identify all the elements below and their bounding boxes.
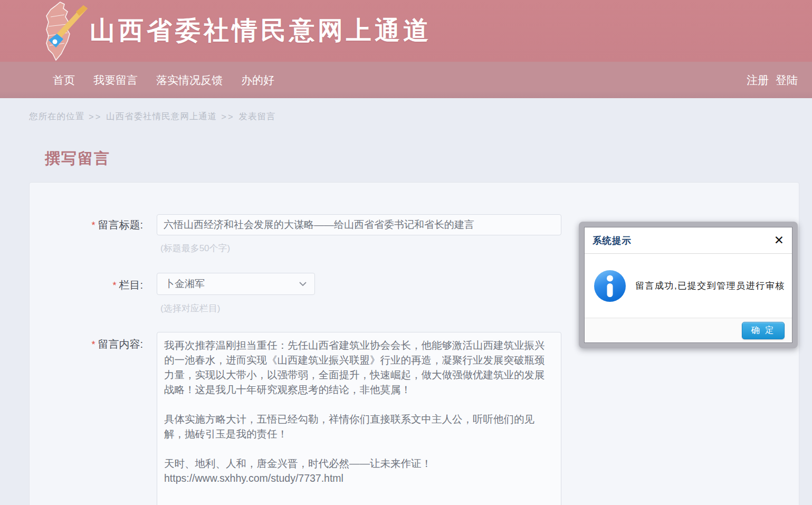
login-link[interactable]: 登陆 bbox=[776, 73, 798, 88]
page-title: 撰写留言 bbox=[45, 148, 110, 169]
required-asterisk: * bbox=[112, 280, 116, 291]
nav-item-well-done[interactable]: 办的好 bbox=[241, 73, 274, 88]
breadcrumb-current-page: 发表留言 bbox=[239, 111, 276, 122]
shanxi-map-pen-logo bbox=[33, 1, 96, 62]
breadcrumb: 您所在的位置 >> 山西省委社情民意网上通道 >> 发表留言 bbox=[29, 111, 276, 122]
breadcrumb-separator: >> bbox=[221, 112, 234, 122]
message-title-input[interactable] bbox=[157, 214, 561, 235]
category-selected-value: 卜金湘军 bbox=[165, 277, 205, 291]
dialog-header: 系统提示 ✕ bbox=[585, 227, 792, 254]
dialog-inner: 系统提示 ✕ 留言成功,已提交到管理员进行审核 确 定 bbox=[584, 227, 792, 343]
info-icon bbox=[593, 269, 627, 303]
breadcrumb-site-link[interactable]: 山西省委社情民意网上通道 bbox=[106, 111, 217, 122]
main-nav: 首页 我要留言 落实情况反馈 办的好 注册 登陆 bbox=[0, 62, 812, 98]
category-field-hint: (选择对应栏目) bbox=[160, 302, 220, 315]
chevron-down-icon bbox=[299, 280, 307, 288]
site-banner: 山西省委社情民意网上通道 bbox=[0, 0, 812, 62]
site-title: 山西省委社情民意网上通道 bbox=[90, 14, 432, 47]
breadcrumb-separator: >> bbox=[89, 112, 102, 122]
nav-auth: 注册 登陆 bbox=[747, 73, 798, 88]
nav-item-leave-message[interactable]: 我要留言 bbox=[93, 73, 138, 88]
message-content-textarea[interactable]: 我再次推荐温刚担当重任：先任山西省建筑业协会会长，他能够激活山西建筑业振兴的一池… bbox=[157, 332, 561, 505]
nav-item-home[interactable]: 首页 bbox=[53, 73, 75, 88]
category-select[interactable]: 卜金湘军 bbox=[157, 273, 315, 295]
system-prompt-dialog: 系统提示 ✕ 留言成功,已提交到管理员进行审核 确 定 bbox=[579, 222, 798, 348]
close-icon[interactable]: ✕ bbox=[774, 234, 784, 246]
nav-items: 首页 我要留言 落实情况反馈 办的好 bbox=[53, 73, 274, 88]
register-link[interactable]: 注册 bbox=[747, 73, 769, 88]
required-asterisk: * bbox=[91, 220, 95, 231]
required-asterisk: * bbox=[91, 339, 95, 350]
title-field-hint: (标题最多50个字) bbox=[160, 242, 230, 254]
dialog-body: 留言成功,已提交到管理员进行审核 bbox=[585, 254, 792, 318]
nav-item-feedback[interactable]: 落实情况反馈 bbox=[156, 73, 223, 88]
dialog-footer: 确 定 bbox=[585, 318, 792, 342]
content-field-label: *留言内容: bbox=[30, 337, 143, 351]
title-field-label: *留言标题: bbox=[30, 218, 143, 232]
category-field-label: *栏目: bbox=[30, 278, 143, 292]
ok-button[interactable]: 确 定 bbox=[742, 322, 785, 339]
dialog-title: 系统提示 bbox=[593, 234, 632, 247]
dialog-message: 留言成功,已提交到管理员进行审核 bbox=[635, 280, 785, 292]
breadcrumb-location-label: 您所在的位置 bbox=[29, 111, 84, 122]
